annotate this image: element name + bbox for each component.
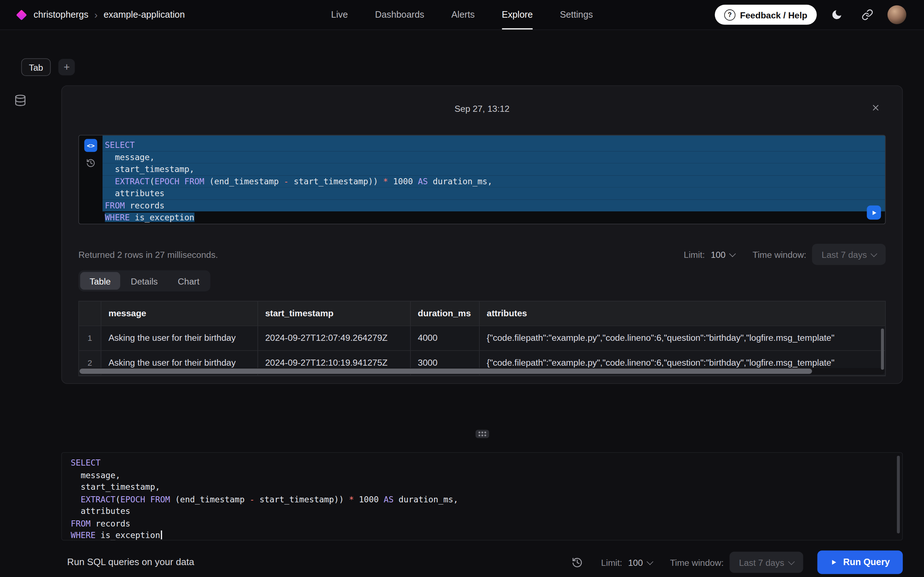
code-view-button[interactable]: <> (84, 139, 97, 152)
feedback-help-button[interactable]: ? Feedback / Help (715, 5, 817, 25)
sql-line: start_timestamp, (102, 163, 885, 175)
time-window-label: Time window: (753, 249, 806, 259)
editor-scrollbar[interactable] (897, 456, 900, 534)
query-history-button[interactable] (86, 158, 96, 168)
sql-line: attributes (68, 505, 902, 517)
breadcrumb: christophergs › example-application (34, 10, 185, 20)
table-header-attributes[interactable]: attributes (480, 301, 885, 326)
nav-item-alerts[interactable]: Alerts (451, 0, 475, 29)
close-button[interactable] (869, 102, 882, 114)
nav-item-live[interactable]: Live (331, 0, 347, 29)
splitter-handle[interactable] (476, 430, 489, 438)
sql-line: WHERE is_exception (68, 529, 902, 541)
limit-select[interactable]: 100 (628, 557, 652, 567)
table-cell[interactable]: 4000 (411, 326, 480, 351)
run-hint: Run SQL queries on your data (67, 557, 194, 567)
moon-icon (831, 9, 843, 21)
table-cell[interactable]: Asking the user for their birthday (102, 326, 258, 351)
time-window-label: Time window: (670, 557, 724, 567)
chevron-down-icon (646, 558, 653, 564)
table-header-duration_ms[interactable]: duration_ms (411, 301, 480, 326)
grip-dots-icon (478, 432, 486, 436)
sql-line: WHERE is_exception (102, 211, 885, 223)
limit-select[interactable]: 100 (711, 249, 735, 259)
view-tab-details[interactable]: Details (121, 272, 167, 290)
sql-preview-block: <> SELECT message, start_timestamp, EXTR… (78, 135, 886, 224)
theme-toggle-button[interactable] (826, 4, 848, 25)
run-bar: Run SQL queries on your data Limit: 100 … (61, 548, 903, 577)
logfire-logo-icon[interactable] (16, 10, 27, 20)
breadcrumb-org[interactable]: christophergs (34, 10, 89, 20)
tab-button[interactable]: Tab (21, 58, 51, 76)
table-header-message[interactable]: message (102, 301, 258, 326)
view-tab-table[interactable]: Table (80, 272, 120, 290)
nav-left: christophergs › example-application (0, 10, 185, 20)
sql-line: message, (68, 469, 902, 481)
sql-editor[interactable]: SELECT message, start_timestamp, EXTRACT… (61, 452, 903, 541)
limit-label: Limit: (683, 249, 705, 259)
add-tab-button[interactable]: + (58, 59, 75, 76)
table-cell[interactable]: 2024-09-27T12:07:49.264279Z (258, 326, 411, 351)
vertical-scrollbar[interactable] (881, 329, 884, 370)
run-query-label: Run Query (843, 557, 890, 567)
view-tabs: TableDetailsChart (78, 270, 210, 292)
result-card: Sep 27, 13:12 <> SELECT message, start_t… (61, 85, 903, 384)
horizontal-scrollbar[interactable] (79, 368, 884, 374)
chevron-down-icon (871, 250, 877, 257)
time-window-value: Last 7 days (739, 557, 784, 567)
play-icon (871, 209, 877, 216)
nav-item-explore[interactable]: Explore (502, 0, 533, 29)
table-header-rownum (79, 301, 102, 326)
query-timestamp: Sep 27, 13:12 (78, 103, 886, 114)
horizontal-scrollbar-thumb[interactable] (79, 369, 812, 374)
sql-line: message, (102, 151, 885, 163)
run-bar-controls: Limit: 100 Time window: Last 7 days Run … (570, 551, 903, 574)
chevron-down-icon (788, 558, 795, 564)
result-meta: Returned 2 rows in 27 milliseconds. (78, 249, 218, 259)
time-window-value: Last 7 days (822, 249, 867, 259)
share-link-button[interactable] (857, 4, 878, 25)
history-icon (86, 158, 95, 168)
tab-bar: Tab + (21, 58, 75, 76)
chevron-right-icon: › (94, 10, 97, 20)
editor-history-button[interactable] (570, 556, 583, 569)
results-table-wrap: messagestart_timestampduration_msattribu… (78, 301, 886, 376)
run-query-button[interactable]: Run Query (817, 551, 903, 574)
limit-value: 100 (711, 249, 725, 259)
breadcrumb-project[interactable]: example-application (103, 10, 185, 20)
code-icon: <> (87, 142, 95, 149)
nav-items: LiveDashboardsAlertsExploreSettings (331, 0, 593, 29)
sql-editor-code[interactable]: SELECT message, start_timestamp, EXTRACT… (62, 453, 902, 541)
sql-line: FROM records (102, 200, 885, 211)
history-icon (571, 557, 583, 568)
schema-sidebar-toggle[interactable] (14, 94, 27, 107)
sql-line: EXTRACT(EPOCH FROM (end_timestamp - star… (102, 175, 885, 187)
link-icon (861, 9, 874, 21)
sql-line: start_timestamp, (68, 481, 902, 493)
sql-line: EXTRACT(EPOCH FROM (end_timestamp - star… (68, 493, 902, 505)
nav-item-dashboards[interactable]: Dashboards (375, 0, 424, 29)
top-nav: christophergs › example-application Live… (0, 0, 924, 30)
avatar[interactable] (888, 5, 906, 24)
time-window-button[interactable]: Last 7 days (812, 244, 886, 265)
database-icon (14, 94, 26, 106)
sql-preview-code[interactable]: SELECT message, start_timestamp, EXTRACT… (102, 135, 885, 224)
app-root: christophergs › example-application Live… (0, 0, 924, 577)
results-table: messagestart_timestampduration_msattribu… (79, 301, 885, 376)
chevron-down-icon (729, 250, 736, 257)
result-meta-row: Returned 2 rows in 27 milliseconds. Limi… (78, 244, 886, 265)
nav-right: ? Feedback / Help (715, 4, 924, 25)
table-rownum: 1 (79, 326, 102, 351)
result-card-header: Sep 27, 13:12 (78, 86, 886, 135)
nav-item-settings[interactable]: Settings (560, 0, 593, 29)
play-icon (830, 559, 837, 566)
time-window-button[interactable]: Last 7 days (729, 552, 803, 573)
close-icon (871, 103, 880, 113)
sql-line: attributes (102, 187, 885, 199)
sql-line: FROM records (68, 517, 902, 529)
table-cell[interactable]: {"code.filepath":"example.py","code.line… (480, 326, 885, 351)
rerun-query-button[interactable] (867, 206, 881, 220)
sql-line: SELECT (68, 457, 902, 469)
table-header-start_timestamp[interactable]: start_timestamp (258, 301, 411, 326)
view-tab-chart[interactable]: Chart (168, 272, 208, 290)
